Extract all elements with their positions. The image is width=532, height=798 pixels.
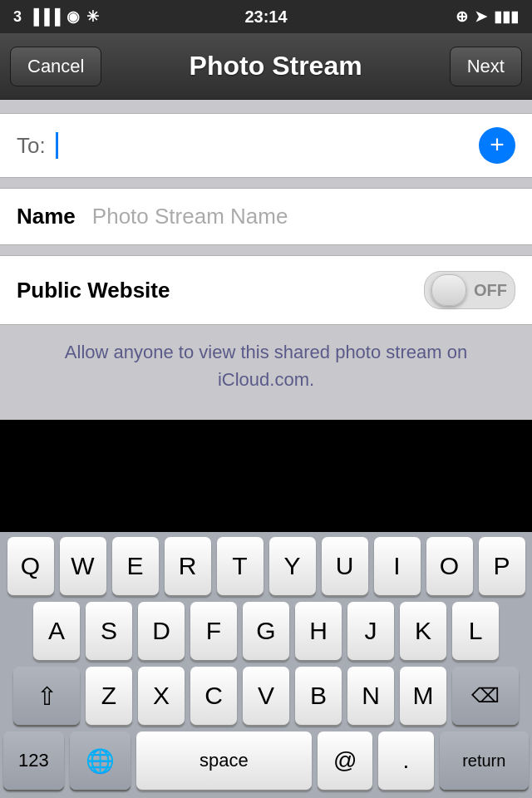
key-z[interactable]: Z	[86, 667, 132, 725]
key-t[interactable]: T	[217, 537, 264, 595]
key-n[interactable]: N	[347, 667, 394, 725]
key-v[interactable]: V	[243, 667, 289, 725]
status-left: 3 ▐▐▐ ◉ ✳	[13, 7, 99, 26]
battery-icon: ▮▮▮	[494, 7, 519, 26]
key-j[interactable]: J	[347, 602, 394, 660]
key-x[interactable]: X	[138, 667, 185, 725]
to-label: To:	[17, 133, 46, 159]
loading-icon: ✳	[86, 7, 99, 26]
to-field[interactable]: To: +	[0, 113, 532, 178]
at-button[interactable]: @	[318, 732, 372, 790]
lock-icon: ⊕	[456, 7, 468, 26]
carrier-label: 3	[13, 8, 22, 26]
return-button[interactable]: return	[440, 732, 530, 790]
nav-bar: Cancel Photo Stream Next	[0, 33, 532, 100]
next-button[interactable]: Next	[450, 47, 522, 86]
key-m[interactable]: M	[400, 667, 446, 725]
delete-button[interactable]: ⌫	[452, 667, 519, 725]
cancel-button[interactable]: Cancel	[10, 47, 101, 86]
plus-icon: +	[490, 132, 505, 157]
key-o[interactable]: O	[426, 537, 473, 595]
toggle-knob	[431, 274, 466, 306]
name-label: Name	[17, 204, 76, 229]
key-r[interactable]: R	[165, 537, 211, 595]
name-field[interactable]: Name Photo Stream Name	[0, 188, 532, 245]
status-bar: 3 ▐▐▐ ◉ ✳ 23:14 ⊕ ➤ ▮▮▮	[0, 0, 532, 33]
description-text: Allow anyone to view this shared photo s…	[0, 325, 532, 406]
key-h[interactable]: H	[295, 602, 342, 660]
shift-button[interactable]: ⇧	[13, 667, 80, 725]
key-c[interactable]: C	[190, 667, 237, 725]
period-button[interactable]: .	[378, 732, 433, 790]
keyboard: Q W E R T Y U I O P A S D F G H J K L ⇧ …	[0, 532, 532, 798]
key-w[interactable]: W	[60, 537, 106, 595]
key-e[interactable]: E	[112, 537, 159, 595]
key-d[interactable]: D	[138, 602, 185, 660]
space-button[interactable]: space	[136, 732, 313, 790]
signal-bars: ▐▐▐	[28, 8, 60, 26]
location-icon: ➤	[475, 7, 487, 26]
key-l[interactable]: L	[452, 602, 499, 660]
key-b[interactable]: B	[295, 667, 342, 725]
main-content: To: + Name Photo Stream Name Public Webs…	[0, 100, 532, 420]
public-website-toggle[interactable]: OFF	[424, 271, 515, 309]
name-input[interactable]: Photo Stream Name	[92, 204, 288, 229]
keyboard-row-2: A S D F G H J K L	[0, 597, 532, 662]
status-right: ⊕ ➤ ▮▮▮	[456, 7, 519, 26]
text-cursor	[56, 132, 58, 159]
add-recipient-button[interactable]: +	[479, 127, 515, 164]
key-f[interactable]: F	[190, 602, 237, 660]
numbers-button[interactable]: 123	[3, 732, 64, 790]
key-a[interactable]: A	[33, 602, 80, 660]
keyboard-row-1: Q W E R T Y U I O P	[0, 532, 532, 597]
page-title: Photo Stream	[190, 51, 362, 81]
key-k[interactable]: K	[400, 602, 446, 660]
status-time: 23:14	[244, 7, 287, 27]
key-g[interactable]: G	[243, 602, 289, 660]
key-p[interactable]: P	[479, 537, 525, 595]
key-u[interactable]: U	[322, 537, 368, 595]
globe-button[interactable]: 🌐	[70, 732, 131, 790]
keyboard-row-3: ⇧ Z X C V B N M ⌫	[0, 662, 532, 727]
key-i[interactable]: I	[374, 537, 421, 595]
key-s[interactable]: S	[86, 602, 132, 660]
toggle-state-label: OFF	[474, 281, 512, 300]
keyboard-row-4: 123 🌐 space @ . return	[0, 727, 532, 798]
key-q[interactable]: Q	[7, 537, 54, 595]
public-website-label: Public Website	[17, 278, 424, 303]
public-website-field: Public Website OFF	[0, 255, 532, 325]
wifi-icon: ◉	[66, 7, 80, 26]
key-y[interactable]: Y	[269, 537, 316, 595]
